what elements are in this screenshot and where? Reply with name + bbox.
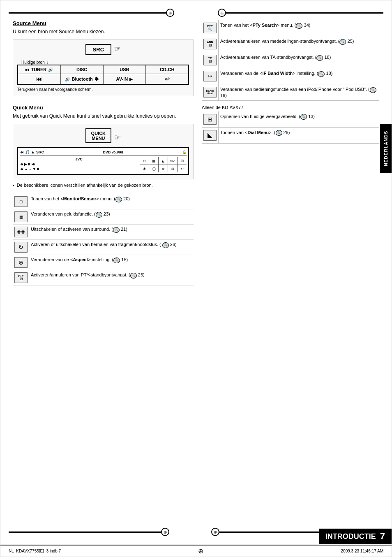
quick-hand-icon: ☞ (114, 133, 121, 142)
icon-row-surround: ❀❀ Uitschakelen of activeren van surroun… (13, 225, 194, 240)
dvd-label: DVD VD_PRE (103, 150, 123, 154)
right-desc-head-ipod: Veranderen van bedieningsfunctie van een… (219, 84, 380, 101)
bullet-note: • De beschikbare iconen verschillen afha… (13, 183, 194, 188)
icon-row-pty: PTY ☑ Activeren/annuleren van PTY-standb… (13, 270, 194, 285)
dvd-screen: ⏮ 🎵 ▲ SRC DVD VD_PRE 🔒 JVC (17, 147, 189, 175)
right-desc-tp: Activeren/annuleren van TA-standbyontvan… (219, 52, 380, 68)
kdavx77-icon-table: ⊞ Opnemen van huidige weergavebeeld. (🔍 … (202, 111, 379, 144)
bottom-timestamp: 2009.3.23 11:46:17 AM (341, 549, 383, 553)
icon-desc-monitor: Tonen van het <Monitor/Sensor> menu. (🔍 … (29, 194, 194, 209)
dvd-jvc-controls: JVC ⏮▶⏸⏭ ⏮▲↔▼■ (20, 157, 138, 172)
top-reg-row: ⊕ ⊕ (0, 9, 392, 17)
dial-icon-box: ◣ (203, 130, 217, 141)
icon-desc-repeat: Activeren of uitschakelen van herhalen v… (29, 240, 194, 255)
surround-icon-box: ❀❀ (14, 227, 28, 237)
source-grid: ⏮ TUNER 🔊 DISC USB CD-CH ⏮ 🔊Bluetooth✱ (17, 65, 189, 85)
icon-row-aspect: ⊕ Veranderen van de <Aspect> instelling.… (13, 255, 194, 270)
kdavx77-row-dial: ◣ Toonen van <Dial Menu>. (🔍 29) (202, 127, 379, 143)
icon-desc-pty: Activeren/annuleren van PTY-standbyontva… (29, 270, 194, 285)
right-icon-cell-head-ipod: HEAD/ iPod (202, 84, 219, 101)
right-column: PTY 🔍 Tonen van het <PTy Search> menu. (… (202, 20, 379, 285)
pty-icon-box: PTY ☑ (14, 272, 28, 283)
reg-mark-top-left: ⊕ (166, 9, 174, 17)
if-band-icon-box: ⇔ (203, 71, 217, 81)
dvd-num: 🔒 (182, 150, 187, 154)
kdavx77-desc-capture: Opnemen van huidige weergavebeeld. (🔍 13… (219, 111, 380, 128)
source-menu-desc: U kunt een bron met Source Menu kiezen. (13, 29, 194, 35)
introductie-text: INTRODUCTIE (325, 532, 376, 541)
capture-icon-box: ⊞ (203, 114, 217, 125)
right-row-pty-search: PTY 🔍 Tonen van het <PTy Search> menu. (… (202, 20, 379, 36)
source-cell-bluetooth: 🔊Bluetooth✱ (61, 74, 104, 84)
tp-icon-box: TP ☑ (203, 55, 217, 65)
introductie-bar: INTRODUCTIE 7 (319, 529, 392, 544)
head-ipod-icon-box: HEAD/ iPod (203, 87, 217, 97)
nederlands-sidebar: NEDERLANDS (380, 124, 392, 173)
dvd-main: JVC ⏮▶⏸⏭ ⏮▲↔▼■ ⊡ (20, 157, 187, 172)
icon-desc-sound: Veranderen van geluidsfunctie. (🔍 23) (29, 209, 194, 225)
icon-cell-surround: ❀❀ (13, 225, 29, 240)
source-cell-cdch: CD-CH (146, 65, 188, 74)
right-icon-cell-tp: TP ☑ (202, 52, 219, 68)
right-row-if-band: ⇔ Veranderen van de <IF Band Width> inst… (202, 68, 379, 84)
aspect-icon-box: ⊕ (14, 257, 28, 268)
source-row-2: ⏮ 🔊Bluetooth✱ AV-IN▶ ↩ (18, 74, 188, 84)
quick-diagram: QUICKMENU ☞ ⏮ 🎵 ▲ SRC DVD VD_PRE (13, 124, 194, 179)
source-cell-back: ⏮ (18, 74, 61, 84)
icon-row-monitor: ⊡ Tonen van het <Monitor/Sensor> menu. (… (13, 194, 194, 209)
right-icon-cell-if-band: ⇔ (202, 68, 219, 84)
source-menu-title: Source Menu (13, 20, 194, 26)
icon-cell-aspect: ⊕ (13, 255, 29, 270)
right-icon-cell-ann: ANN ☑ (202, 36, 219, 52)
hand-icon: ☞ (114, 45, 121, 53)
icon-cell-repeat: ↻ (13, 240, 29, 255)
source-cell-disc: DISC (61, 65, 104, 74)
quick-menu-section: Quick Menu Met gebruik van Quick Menu ku… (13, 104, 194, 188)
kdavx77-row-capture: ⊞ Opnemen van huidige weergavebeeld. (🔍 … (202, 111, 379, 128)
reg-mark-top-right: ⊕ (218, 9, 226, 17)
bottom-bar: NL_KDAVX7755[E]_3.indb 7 ⊕ 2009.3.23 11:… (0, 545, 392, 557)
left-icon-table: ⊡ Tonen van het <Monitor/Sensor> menu. (… (13, 194, 194, 285)
kdavx77-icon-cell-dial: ◣ (202, 127, 219, 143)
icon-cell-pty: PTY ☑ (13, 270, 29, 285)
bottom-filename: NL_KDAVX7755[E]_3.indb 7 (9, 549, 61, 553)
dvd-header: ⏮ 🎵 ▲ SRC DVD VD_PRE 🔒 (20, 150, 187, 156)
source-cell-usb: USB (104, 65, 146, 74)
right-row-head-ipod: HEAD/ iPod Veranderen van bedieningsfunc… (202, 84, 379, 101)
sound-icon-box: ▦ (14, 211, 28, 222)
kdavx77-desc-dial: Toonen van <Dial Menu>. (🔍 29) (219, 127, 380, 143)
bottom-line-left (9, 531, 161, 533)
icon-desc-aspect: Veranderen van de <Aspect> instelling. (… (29, 255, 194, 270)
monitor-icon-box: ⊡ (14, 196, 28, 207)
top-line-right (226, 12, 383, 14)
icon-desc-surround: Uitschakelen of activeren van surround. … (29, 225, 194, 240)
src-button: SRC (85, 44, 111, 55)
top-line-left (9, 12, 166, 14)
icon-cell-monitor: ⊡ (13, 194, 29, 209)
pty-search-icon-box: PTY 🔍 (203, 23, 217, 33)
reg-mark-bottom-right: ⊕ (211, 528, 219, 536)
quick-menu-button: QUICKMENU (85, 128, 111, 143)
huidige-bron-label: Huidige bron ↓ (17, 60, 189, 65)
reg-mark-bottom-left: ⊕ (161, 528, 169, 536)
dvd-icon-grid: ⊡ ▦ ◣ TP✓ ☑ ❀ ◯ ⊕ ⊞ ↩ (140, 157, 187, 172)
right-desc-ann: Activeren/annuleren van mededelingen-sta… (219, 36, 380, 52)
right-row-tp: TP ☑ Activeren/annuleren van TA-standbyo… (202, 52, 379, 68)
kdavx77-icon-cell-capture: ⊞ (202, 111, 219, 128)
icon-cell-sound: ▦ (13, 209, 29, 225)
source-row-1: ⏮ TUNER 🔊 DISC USB CD-CH (18, 65, 188, 74)
source-cell-avin: AV-IN▶ (104, 74, 146, 84)
left-column: Source Menu U kunt een bron met Source M… (13, 20, 194, 285)
page-number: 7 (380, 531, 385, 542)
icon-row-sound: ▦ Veranderen van geluidsfunctie. (🔍 23) (13, 209, 194, 225)
quick-menu-title: Quick Menu (13, 104, 194, 111)
source-cell-return: ↩ (146, 74, 188, 84)
page-container: ⊕ ⊕ Source Menu U kunt een bron met Sour… (0, 0, 392, 557)
right-desc-if-band: Veranderen van de <IF Band Width> instel… (219, 68, 380, 84)
terugkeren-label: Terugkeren naar het voorgaande scherm. (17, 87, 189, 92)
only-kdavx77-label: Alleen de KD-AVX77 (202, 105, 379, 110)
content-area: Source Menu U kunt een bron met Source M… (0, 20, 392, 285)
right-desc-pty-search: Tonen van het <PTy Search> menu. (🔍 34) (219, 20, 380, 36)
right-row-ann: ANN ☑ Activeren/annuleren van mededeling… (202, 36, 379, 52)
right-icon-cell-pty-search: PTY 🔍 (202, 20, 219, 36)
